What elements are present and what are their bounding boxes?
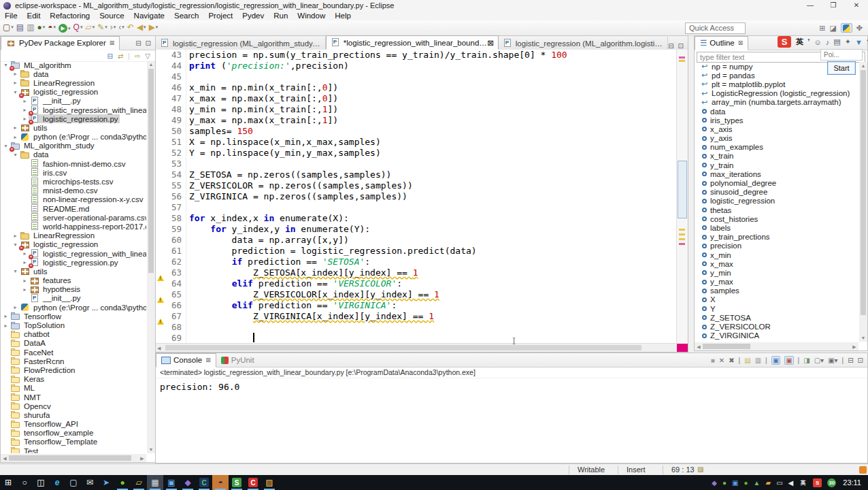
tree-collapsed-icon[interactable]: ▸ (21, 250, 29, 257)
code-line[interactable]: 46x_min = np.min(x_train[:,0]) (156, 82, 677, 93)
dropdown-icon[interactable]: ▾ (122, 24, 124, 30)
tab-package-explorer[interactable]: PyDev Package Explorer⊠ (1, 36, 120, 50)
outline-variable-item[interactable]: Z_SETOSA (695, 313, 859, 322)
close-window-icon[interactable]: ✕ (845, 0, 868, 11)
line-number[interactable]: 66 (165, 300, 186, 311)
start-button[interactable]: ⊞ (0, 475, 16, 490)
dropdown-icon[interactable]: ▾ (105, 24, 107, 30)
mail[interactable]: ✉ (82, 475, 98, 490)
word-wrap-icon[interactable]: ▥ (755, 357, 761, 364)
tree-item[interactable]: ▸data (1, 69, 146, 78)
line-number[interactable]: 54 (165, 169, 186, 180)
dropdown-icon[interactable]: ▾ (80, 24, 83, 30)
outline-variable-item[interactable]: labels (695, 223, 859, 232)
tray-volume[interactable]: ◀ (788, 479, 794, 487)
outline-import-item[interactable]: ↩LogisticRegression (logistic_regression… (695, 89, 859, 98)
line-number[interactable]: 45 (165, 71, 186, 82)
back-icon[interactable]: ◀▾ (137, 21, 146, 33)
code-line[interactable]: 50samples= 150 (156, 126, 677, 137)
tree-item[interactable]: Test (1, 446, 146, 453)
line-number[interactable]: 46 (165, 82, 186, 93)
mic-icon[interactable]: ♪ (826, 38, 830, 46)
browser-360[interactable]: ● (114, 475, 131, 490)
last-edit-location-icon[interactable]: ↶ (127, 21, 134, 33)
tree-item[interactable]: chatbot (1, 330, 146, 339)
code-line[interactable]: 49y_max = np.max(x_train[:,1]) (156, 115, 677, 126)
tree-item[interactable]: ▸utils (1, 123, 146, 132)
purple-diamond-app[interactable]: ◆ (180, 475, 196, 490)
profile-icon[interactable]: Q▾ (73, 21, 83, 33)
tree-collapsed-icon[interactable]: ▸ (21, 116, 29, 122)
outline-variable-item[interactable]: num_examples (695, 143, 859, 152)
hand-icon[interactable]: ✦ (845, 37, 851, 46)
tree-item[interactable]: ▾×logistic_regression (1, 88, 146, 97)
quote-icon[interactable]: ❜ (807, 37, 810, 46)
line-number[interactable]: 60 (165, 235, 186, 246)
menu-file[interactable]: File (0, 12, 22, 20)
tree-item[interactable]: Opencv (1, 402, 146, 410)
line-number[interactable]: 50 (165, 126, 186, 137)
line-number[interactable]: 59 (165, 224, 186, 235)
view-menu-icon[interactable]: ▽ (145, 52, 150, 60)
tree-collapsed-icon[interactable]: ▸ (2, 313, 10, 319)
code-line[interactable]: 62 if prediction == 'SETOSA': (156, 257, 677, 267)
line-number[interactable]: 53 (165, 159, 186, 169)
close-tab-icon[interactable]: ⊠ (487, 38, 494, 48)
sogou-logo-icon[interactable]: S (778, 36, 791, 48)
line-number[interactable]: 55 (165, 180, 186, 191)
tree-collapsed-icon[interactable]: ▸ (12, 71, 19, 77)
tree-collapsed-icon[interactable]: ▸ (21, 107, 29, 113)
dropdown-icon[interactable]: ▾ (43, 24, 46, 30)
outline-variable-item[interactable]: X (695, 295, 859, 304)
dropdown-icon[interactable]: ▾ (114, 24, 116, 30)
menu-search[interactable]: Search (169, 12, 203, 20)
outline-variable-item[interactable]: thetas (695, 206, 859, 214)
dropdown-icon[interactable]: ▾ (144, 24, 146, 30)
task-view[interactable]: ◫ (33, 475, 49, 490)
sogou-app[interactable]: S (229, 475, 245, 490)
editor-tab-1[interactable]: *logistic_regression_with_linear_boundar… (326, 35, 499, 50)
tree-item[interactable]: ▸×logistic_regression.py (1, 258, 146, 267)
line-number[interactable]: 47 (165, 93, 186, 104)
explorer-hscrollbar[interactable]: ◀▶ (1, 454, 146, 462)
code-line[interactable]: 56Z_VIRGINICA = np.zeros((samples,sample… (156, 191, 677, 202)
remove-all-launches-icon[interactable]: ✖ (729, 357, 734, 364)
tray-network[interactable]: ▭ (776, 479, 782, 487)
mark-occurrences-icon[interactable]: ✎▾ (97, 21, 107, 33)
tree-item[interactable]: ▾×logistic_regression (1, 240, 146, 249)
tree-collapsed-icon[interactable]: ▸ (21, 278, 29, 284)
tray-purple-diamond[interactable]: ◆ (712, 479, 717, 487)
tree-collapsed-icon[interactable]: ▸ (21, 259, 29, 265)
tree-expanded-icon[interactable]: ▾ (12, 89, 19, 95)
code-editor[interactable]: 43precision = np.sum(y_train_prections =… (156, 50, 677, 344)
outline-variable-item[interactable]: x_axis (695, 125, 859, 133)
minimize-icon[interactable]: ⊟ (848, 357, 853, 364)
tree-collapsed-icon[interactable]: ▸ (12, 125, 19, 131)
outline-variable-item[interactable]: cost_histories (695, 214, 859, 223)
tray-ime-lang[interactable]: 英 (799, 478, 807, 487)
tree-item[interactable]: Keras (1, 375, 146, 384)
tree-collapsed-icon[interactable]: ▸ (12, 80, 19, 86)
outline-variable-item[interactable]: x_min (695, 250, 859, 259)
outline-variable-item[interactable]: y_min (695, 268, 859, 277)
tree-item[interactable]: ▸LinearRegression (1, 78, 146, 87)
tray-blue-box[interactable]: ▣ (732, 479, 738, 487)
line-number[interactable]: 44 (165, 61, 186, 71)
code-line[interactable]: 61 prediction = logistic_regression.pred… (156, 246, 677, 257)
minimize-editor-icon[interactable]: ⊟ (668, 42, 673, 50)
code-line[interactable]: 44print ('precision:',precision) (156, 61, 677, 71)
photos-app[interactable]: ▣ (163, 475, 180, 490)
code-line[interactable]: 43precision = np.sum(y_train_prections =… (156, 50, 677, 61)
show-stdout-icon[interactable]: ▣ (771, 356, 780, 365)
line-number[interactable]: 56 (165, 191, 186, 202)
code-line[interactable]: 63 Z_SETOSA[x_index][y_index] == 1 (156, 267, 677, 278)
code-line[interactable]: 66 elif prediction == 'VIRGINICA': (156, 300, 677, 311)
menu-refactoring[interactable]: Refactoring (45, 12, 95, 20)
dropdown-icon[interactable]: ▾ (156, 24, 158, 30)
tree-item[interactable]: non-linear-regression-x-y.csv (1, 195, 146, 204)
maximize-view-icon[interactable]: ⊡ (146, 39, 151, 47)
tree-expanded-icon[interactable]: ▾ (2, 143, 10, 149)
menu-pydev[interactable]: Pydev (237, 12, 269, 20)
code-line[interactable]: 59 for y_index,y in enumerate(Y): (156, 224, 677, 235)
scroll-lock-icon[interactable]: ▤ (744, 357, 750, 364)
